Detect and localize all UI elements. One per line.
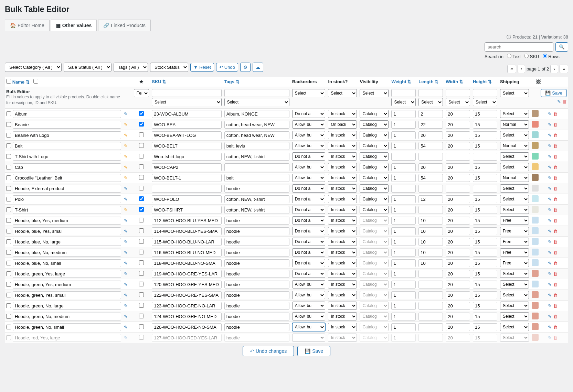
bulk-sku-select[interactable]: Select	[152, 98, 221, 106]
tags-input[interactable]	[224, 281, 289, 288]
instock-select[interactable]: In stock	[328, 302, 357, 310]
height-input[interactable]	[473, 313, 497, 320]
weight-input[interactable]	[391, 238, 416, 246]
backorders-select[interactable]: Do not a	[292, 110, 326, 118]
row-edit-button[interactable]: ✎	[548, 303, 552, 308]
row-edit-button[interactable]: ✎	[548, 250, 552, 255]
edit-icon[interactable]: ✎	[124, 133, 128, 138]
row-delete-button[interactable]: 🗑	[553, 314, 558, 319]
sku-input[interactable]	[152, 334, 221, 342]
visibility-select[interactable]: Catalog	[360, 248, 389, 257]
row-delete-button[interactable]: 🗑	[553, 111, 558, 117]
tab-other-values[interactable]: ▦ Other Values	[51, 20, 97, 31]
backorders-select[interactable]: Do not a	[292, 184, 326, 193]
bulk-instock-select[interactable]: Select	[328, 89, 357, 97]
length-input[interactable]	[418, 259, 443, 267]
visibility-select[interactable]: Catalog	[360, 195, 389, 203]
row-checkbox[interactable]	[6, 250, 11, 255]
tags-input[interactable]	[224, 217, 289, 225]
name-input[interactable]	[13, 323, 121, 331]
edit-icon[interactable]: ✎	[124, 186, 128, 191]
radio-sku[interactable]: SKU	[524, 54, 539, 59]
weight-input[interactable]	[391, 174, 416, 182]
select-all-checkbox[interactable]	[6, 79, 11, 84]
width-input[interactable]	[446, 313, 470, 320]
length-input[interactable]	[418, 249, 443, 257]
bulk-backorders-select[interactable]: Select	[292, 89, 326, 97]
tags-input[interactable]	[224, 163, 289, 171]
tags-input[interactable]	[224, 185, 289, 193]
tags-input[interactable]	[224, 259, 289, 267]
featured-checkbox[interactable]	[139, 143, 144, 148]
width-input[interactable]	[446, 185, 470, 193]
width-input[interactable]	[446, 153, 470, 161]
col-featured[interactable]: ★	[132, 77, 151, 87]
visibility-select[interactable]: Catalog	[360, 120, 389, 129]
visibility-select[interactable]: Catalog	[360, 206, 389, 214]
search-button[interactable]: 🔍	[555, 42, 568, 52]
tags-input[interactable]	[224, 131, 289, 139]
bulk-visibility-select[interactable]: Select	[360, 89, 389, 97]
height-input[interactable]	[473, 217, 497, 225]
backorders-select[interactable]: Do not a	[292, 227, 326, 235]
backorders-select[interactable]: Allow, bu	[292, 174, 326, 182]
length-input[interactable]	[418, 334, 443, 342]
backorders-select[interactable]: Allow, bu	[292, 120, 326, 129]
sku-input[interactable]	[152, 259, 221, 267]
bulk-edit-icon[interactable]: ✎	[557, 99, 561, 104]
instock-select[interactable]: In stock	[328, 152, 357, 161]
featured-checkbox[interactable]	[139, 314, 144, 318]
row-checkbox[interactable]	[6, 186, 11, 191]
edit-icon[interactable]: ✎	[124, 282, 128, 287]
product-thumbnail[interactable]	[532, 217, 539, 224]
tab-editor-home[interactable]: 🏠 Editor Home	[5, 20, 50, 31]
edit-icon[interactable]: ✎	[124, 165, 128, 170]
height-input[interactable]	[473, 153, 497, 161]
backorders-select[interactable]: Do not a	[292, 206, 326, 214]
height-input[interactable]	[473, 195, 497, 203]
backorders-select[interactable]: Allow, bu	[292, 323, 326, 331]
backorders-select[interactable]: Do not a	[292, 270, 326, 278]
tags-input[interactable]	[224, 249, 289, 257]
download-button[interactable]: ☁	[253, 63, 263, 72]
length-input[interactable]	[418, 142, 443, 150]
category-filter[interactable]: Select Category ( All )	[5, 63, 62, 72]
width-input[interactable]	[446, 142, 470, 150]
weight-input[interactable]	[391, 110, 416, 118]
tags-input[interactable]	[224, 238, 289, 246]
height-input[interactable]	[473, 291, 497, 299]
tags-input[interactable]	[224, 313, 289, 320]
row-checkbox[interactable]	[6, 271, 11, 276]
visibility-select[interactable]: Catalog	[360, 291, 389, 299]
backorders-select[interactable]: Allow, bu	[292, 312, 326, 320]
instock-select[interactable]: In stock	[328, 238, 357, 246]
visibility-select[interactable]: Catalog	[360, 302, 389, 310]
length-input[interactable]	[418, 195, 443, 203]
name-input[interactable]	[13, 153, 121, 161]
row-checkbox[interactable]	[6, 335, 11, 340]
visibility-select[interactable]: Catalog	[360, 184, 389, 193]
row-delete-button[interactable]: 🗑	[553, 207, 558, 213]
visibility-select[interactable]: Catalog	[360, 280, 389, 288]
instock-select[interactable]: In stock	[328, 174, 357, 182]
width-input[interactable]	[446, 249, 470, 257]
edit-icon[interactable]: ✎	[124, 325, 128, 330]
width-input[interactable]	[446, 217, 470, 225]
instock-select[interactable]: In stock	[328, 334, 357, 342]
stock-status-filter[interactable]: Stock Status	[150, 63, 188, 72]
tags-input[interactable]	[224, 206, 289, 214]
shipping-select[interactable]: Select	[500, 312, 529, 320]
shipping-select[interactable]: Select	[500, 280, 529, 288]
length-input[interactable]	[418, 313, 443, 320]
weight-input[interactable]	[391, 163, 416, 171]
sku-input[interactable]	[152, 270, 221, 278]
row-checkbox[interactable]	[6, 133, 11, 138]
width-input[interactable]	[446, 270, 470, 278]
col-weight[interactable]: Weight ⇅	[390, 77, 417, 87]
weight-input[interactable]	[391, 302, 416, 310]
tags-input[interactable]	[224, 110, 289, 118]
featured-checkbox[interactable]	[139, 260, 144, 265]
weight-input[interactable]	[391, 323, 416, 331]
sku-input[interactable]	[152, 131, 221, 139]
row-edit-button[interactable]: ✎	[548, 229, 552, 234]
